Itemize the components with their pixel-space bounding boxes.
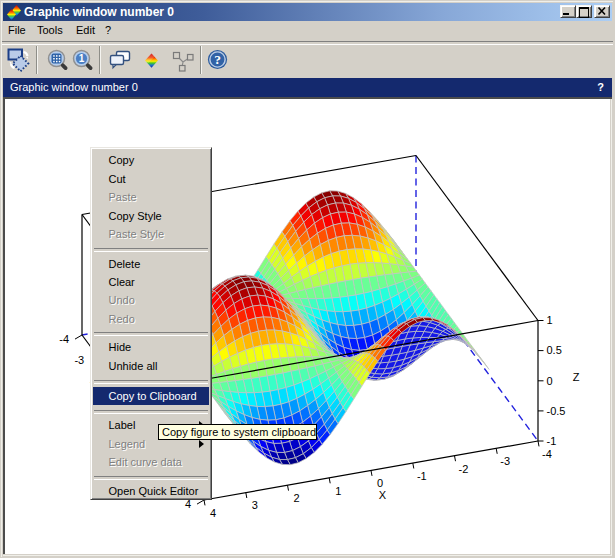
svg-text:1: 1: [79, 53, 85, 64]
svg-text:1: 1: [547, 314, 553, 326]
svg-text:?: ?: [214, 52, 221, 67]
svg-text:-4: -4: [542, 448, 552, 460]
svg-text:-1: -1: [547, 435, 557, 447]
svg-text:-3: -3: [500, 455, 510, 467]
svg-text:0: 0: [377, 477, 383, 489]
svg-text:2: 2: [293, 492, 299, 504]
svg-text:3: 3: [252, 499, 258, 511]
svg-text:Z: Z: [573, 371, 580, 383]
svg-text:X: X: [379, 489, 387, 501]
svg-text:0: 0: [547, 375, 553, 387]
svg-text:4: 4: [210, 507, 216, 519]
svg-text:-2: -2: [459, 463, 469, 475]
svg-text:-3: -3: [74, 354, 84, 366]
svg-text:-4: -4: [59, 333, 69, 345]
svg-text:-1: -1: [417, 470, 427, 482]
svg-text:-0.5: -0.5: [547, 405, 566, 417]
svg-text:1: 1: [335, 485, 341, 497]
svg-text:4: 4: [185, 498, 191, 510]
svg-text:0.5: 0.5: [547, 344, 562, 356]
